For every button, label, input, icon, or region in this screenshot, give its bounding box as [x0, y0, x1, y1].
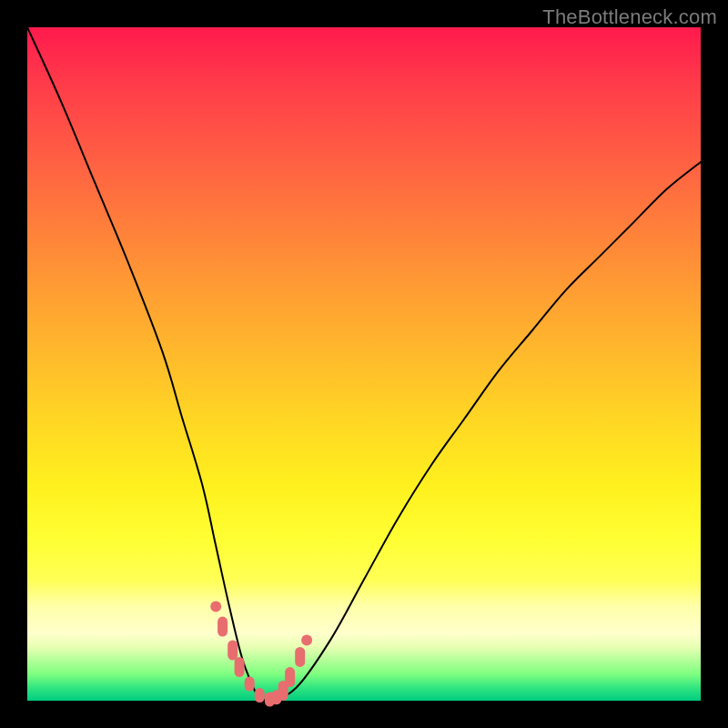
chart-frame: TheBottleneck.com — [0, 0, 728, 728]
curve-layer — [27, 27, 701, 701]
curve-right — [257, 162, 701, 701]
marker-point — [217, 617, 228, 637]
bottleneck-curve — [27, 27, 701, 701]
marker-dot — [210, 601, 221, 612]
marker-point — [235, 657, 245, 677]
marker-point — [228, 641, 238, 661]
near-minimum-markers — [210, 601, 312, 706]
marker-point — [255, 688, 265, 703]
watermark-text: TheBottleneck.com — [542, 5, 717, 29]
marker-point — [295, 647, 305, 667]
marker-point — [285, 667, 295, 687]
curve-left — [27, 27, 257, 694]
marker-point — [245, 677, 255, 692]
marker-dot — [301, 634, 312, 645]
plot-area — [27, 27, 701, 701]
